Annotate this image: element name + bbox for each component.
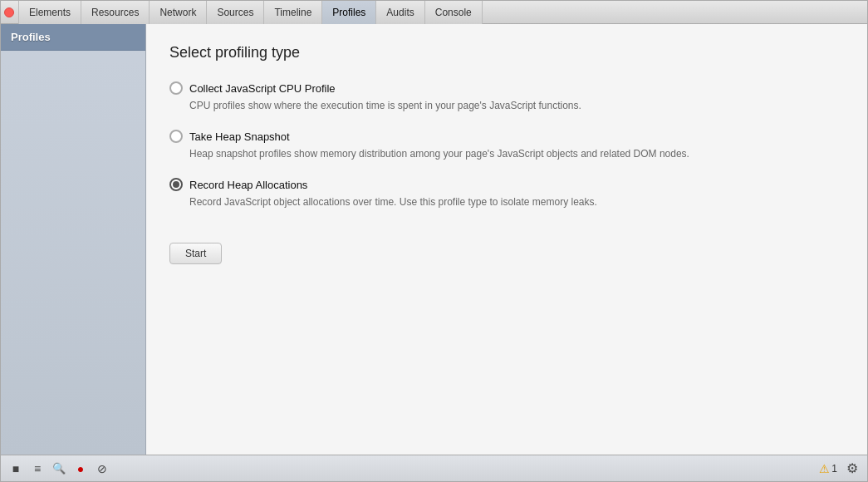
step-icon: ≡ <box>34 462 41 475</box>
stop-button[interactable]: ■ <box>6 459 26 479</box>
option-heap-alloc: Record Heap Allocations Record JavaScrip… <box>169 178 844 209</box>
tab-audits[interactable]: Audits <box>375 1 424 24</box>
main-area: Profiles Select profiling type Collect J… <box>1 24 867 455</box>
search-icon: 🔍 <box>52 462 66 475</box>
option-heap-snapshot: Take Heap Snapshot Heap snapshot profile… <box>169 130 844 161</box>
option-cpu: Collect JavaScript CPU Profile CPU profi… <box>169 81 844 113</box>
search-button[interactable]: 🔍 <box>49 459 69 479</box>
option-cpu-header: Collect JavaScript CPU Profile <box>169 81 844 95</box>
warning-count: 1 <box>831 463 837 475</box>
record-icon: ● <box>77 462 84 475</box>
radio-heap-snapshot[interactable] <box>169 130 183 143</box>
tab-console[interactable]: Console <box>424 1 483 24</box>
sidebar-title: Profiles <box>1 24 145 51</box>
option-heap-snapshot-label[interactable]: Take Heap Snapshot <box>189 130 290 143</box>
page-title: Select profiling type <box>169 44 844 61</box>
bottom-toolbar: ■ ≡ 🔍 ● ⊘ ⚠ 1 ⚙ <box>1 455 867 481</box>
radio-cpu[interactable] <box>169 81 183 95</box>
sidebar-content <box>1 51 145 455</box>
option-heap-snapshot-description: Heap snapshot profiles show memory distr… <box>189 146 844 161</box>
settings-button[interactable]: ⚙ <box>842 459 862 479</box>
tab-resources[interactable]: Resources <box>81 1 150 24</box>
tab-bar: Elements Resources Network Sources Timel… <box>1 1 867 24</box>
option-cpu-description: CPU profiles show where the execution ti… <box>189 98 844 113</box>
record-button[interactable]: ● <box>71 459 91 479</box>
settings-icon: ⚙ <box>846 460 858 476</box>
radio-heap-alloc[interactable] <box>169 178 183 191</box>
block-button[interactable]: ⊘ <box>92 459 112 479</box>
stop-icon: ■ <box>12 462 19 475</box>
step-button[interactable]: ≡ <box>27 459 47 479</box>
tab-timeline[interactable]: Timeline <box>263 1 322 24</box>
block-icon: ⊘ <box>97 462 107 475</box>
start-button[interactable]: Start <box>169 243 222 264</box>
close-button[interactable] <box>4 7 14 17</box>
option-heap-alloc-label[interactable]: Record Heap Allocations <box>189 179 307 191</box>
tab-sources[interactable]: Sources <box>206 1 264 24</box>
tab-elements[interactable]: Elements <box>18 1 81 24</box>
tab-network[interactable]: Network <box>149 1 207 24</box>
content-area: Select profiling type Collect JavaScript… <box>146 24 867 455</box>
warning-icon: ⚠ <box>819 462 830 475</box>
warning-badge: ⚠ 1 <box>819 462 837 475</box>
option-heap-snapshot-header: Take Heap Snapshot <box>169 130 844 143</box>
sidebar: Profiles <box>1 24 146 455</box>
option-heap-alloc-description: Record JavaScript object allocations ove… <box>189 194 844 209</box>
tab-profiles[interactable]: Profiles <box>321 1 376 24</box>
option-heap-alloc-header: Record Heap Allocations <box>169 178 844 191</box>
option-cpu-label[interactable]: Collect JavaScript CPU Profile <box>189 82 336 95</box>
